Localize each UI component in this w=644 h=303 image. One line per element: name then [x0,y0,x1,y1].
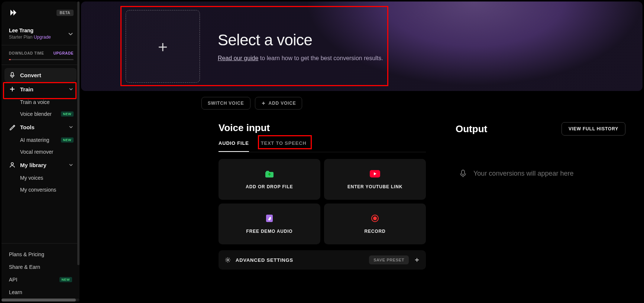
microphone-icon [9,72,16,78]
pencil-icon [9,124,16,130]
chevron-down-icon [68,87,74,92]
add-voice-button[interactable]: ADD VOICE [255,97,302,110]
plus-icon[interactable] [414,257,420,263]
voice-input-panel: Voice input AUDIO FILE TEXT TO SPEECH AD… [207,113,437,303]
input-tabs: AUDIO FILE TEXT TO SPEECH [219,140,426,152]
sidebar-header: BETA [1,1,80,24]
user-plan: Starter Plan Upgrade [9,35,51,40]
sidebar-nav: Convert Train Train a voice Voice blende… [1,65,80,243]
hero-title: Select a voice [218,31,383,49]
user-account-block[interactable]: Lee Trang Starter Plan Upgrade [1,24,80,45]
sidebar-hscroll[interactable] [1,299,80,302]
card-record[interactable]: RECORD [324,203,426,244]
nav-tools[interactable]: Tools [1,120,80,134]
card-youtube[interactable]: ENTER YOUTUBE LINK [324,159,426,200]
output-panel: Output VIEW FULL HISTORY Your conversion… [444,113,637,303]
user-icon [9,162,16,168]
new-badge: NEW [61,111,74,117]
svg-point-6 [227,259,229,261]
nav-voice-blender[interactable]: Voice blender NEW [1,108,80,120]
output-empty-state: Your conversions will appear here [456,169,625,178]
chevron-down-icon [68,31,74,37]
youtube-icon [370,169,380,178]
advanced-settings-row[interactable]: ADVANCED SETTINGS SAVE PRESET [219,250,426,270]
beta-badge: BETA [56,10,74,16]
nav-my-library[interactable]: My library [1,158,80,172]
new-badge: NEW [59,277,72,282]
nav-train-label: Train [20,86,33,92]
content-row: Voice input AUDIO FILE TEXT TO SPEECH AD… [81,113,644,303]
download-time-block: DOWNLOAD TIME UPGRADE [1,45,80,65]
sidebar: BETA Lee Trang Starter Plan Upgrade DOWN… [1,1,80,302]
select-voice-dropzone[interactable]: ＋ [126,10,200,83]
nav-vocal-remover[interactable]: Vocal remover [1,146,80,158]
card-demo-label: FREE DEMO AUDIO [246,229,293,234]
user-info: Lee Trang Starter Plan Upgrade [9,27,51,40]
svg-rect-7 [462,170,465,175]
nav-library-label: My library [20,162,46,168]
voice-actions: SWITCH VOICE ADD VOICE [81,91,644,113]
nav-my-voices[interactable]: My voices [1,172,80,184]
output-empty-text: Your conversions will appear here [473,170,574,177]
tab-text-to-speech[interactable]: TEXT TO SPEECH [261,140,307,152]
download-time-label: DOWNLOAD TIME [9,51,44,55]
nav-convert[interactable]: Convert [4,68,77,82]
music-file-icon [264,214,275,223]
nav-my-conversions[interactable]: My conversions [1,184,80,196]
guide-link[interactable]: Read our guide [218,55,258,61]
svg-point-1 [11,163,13,165]
footer-plans[interactable]: Plans & Pricing [1,248,80,261]
nav-convert-label: Convert [20,72,41,78]
footer-learn[interactable]: Learn [1,286,80,299]
tab-audio-file[interactable]: AUDIO FILE [219,140,249,152]
upgrade-button[interactable]: UPGRADE [54,51,74,55]
nav-ai-mastering[interactable]: AI mastering NEW [1,134,80,146]
chevron-down-icon [68,162,74,167]
card-record-label: RECORD [365,229,386,234]
main-area: ＋ Select a voice Read our guide to learn… [81,0,644,303]
nav-tools-label: Tools [20,124,35,130]
card-add-file-label: ADD OR DROP FILE [246,184,293,189]
nav-train-voice[interactable]: Train a voice [1,96,80,108]
plus-icon [261,101,266,105]
record-icon [370,214,380,223]
app-logo-icon [9,8,21,17]
plus-icon: ＋ [155,36,171,57]
card-add-file[interactable]: ADD OR DROP FILE [219,159,320,200]
sidebar-footer: Plans & Pricing Share & Earn API NEW Lea… [1,243,80,302]
card-demo-audio[interactable]: FREE DEMO AUDIO [219,203,320,244]
new-badge: NEW [61,137,74,143]
footer-share[interactable]: Share & Earn [1,261,80,273]
upgrade-link[interactable]: Upgrade [34,35,51,40]
user-name: Lee Trang [9,27,51,33]
voice-input-title: Voice input [219,122,270,134]
switch-voice-button[interactable]: SWITCH VOICE [201,97,250,110]
save-preset-button[interactable]: SAVE PRESET [369,255,409,264]
plus-icon [9,86,16,92]
gear-icon [224,257,231,263]
hero-text: Select a voice Read our guide to learn h… [218,31,383,62]
input-grid: ADD OR DROP FILE ENTER YOUTUBE LINK FREE… [219,159,426,244]
output-title: Output [456,123,487,135]
advanced-label: ADVANCED SETTINGS [236,257,293,263]
hero-panel: ＋ Select a voice Read our guide to learn… [81,1,643,91]
view-history-button[interactable]: VIEW FULL HISTORY [562,122,625,136]
chevron-down-icon [68,124,74,130]
hero-subtitle: Read our guide to learn how to get the b… [218,55,383,62]
upload-file-icon [264,169,275,178]
svg-rect-0 [11,72,13,76]
hscroll-thumb[interactable] [1,299,76,302]
footer-api[interactable]: API NEW [1,273,80,286]
svg-point-5 [373,216,377,220]
card-youtube-label: ENTER YOUTUBE LINK [347,184,402,189]
download-progress-bar [9,59,74,60]
nav-train[interactable]: Train [1,82,80,96]
microphone-icon [459,169,467,178]
